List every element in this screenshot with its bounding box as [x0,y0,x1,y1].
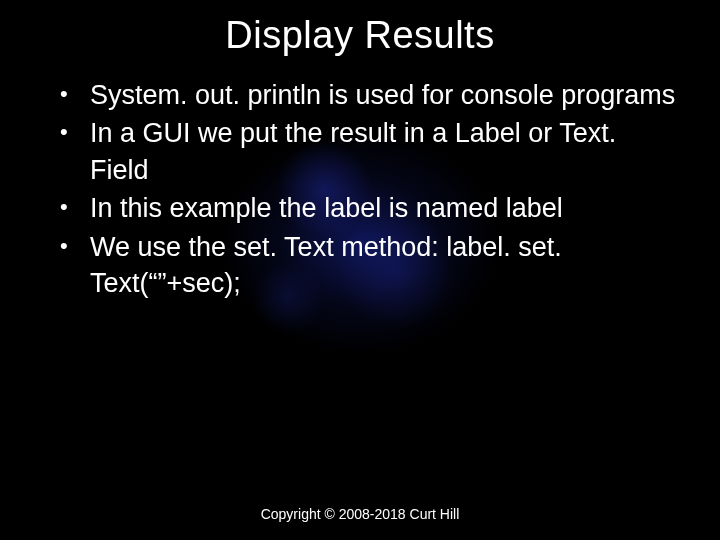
bullet-item: In this example the label is named label [60,190,680,226]
copyright-text: Copyright © 2008-2018 Curt Hill [0,506,720,522]
bullet-item: In a GUI we put the result in a Label or… [60,115,680,188]
bullet-item: System. out. println is used for console… [60,77,680,113]
slide-title: Display Results [0,0,720,77]
bullet-list: System. out. println is used for console… [0,77,720,302]
bullet-item: We use the set. Text method: label. set.… [60,229,680,302]
